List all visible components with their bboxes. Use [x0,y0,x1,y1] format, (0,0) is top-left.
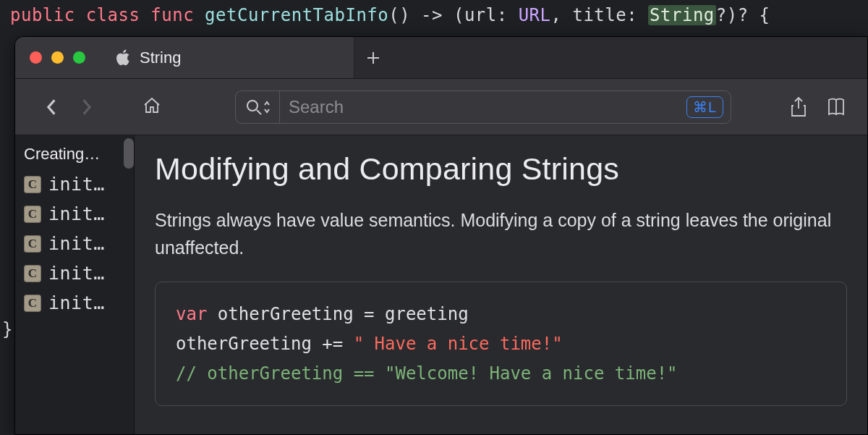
class-badge-icon: C [24,265,41,282]
closing-brace: } [2,319,12,339]
colon: : [626,5,648,25]
sidebar-item[interactable]: C init… [15,229,134,258]
code-keyword: var [176,304,207,324]
new-tab-button[interactable] [354,37,392,78]
share-icon [789,96,808,118]
keyword-class: class [86,5,140,25]
traffic-lights [15,37,100,78]
type-url: URL [519,5,551,25]
arrow: -> ( [410,5,464,25]
keyword-func: func [150,5,194,25]
code-text: otherGreeting += [176,334,354,354]
search-scope-chevrons-icon[interactable] [262,100,271,114]
class-badge-icon: C [24,176,41,193]
sidebar-item-label: init… [48,203,105,224]
search-input[interactable] [289,97,686,117]
search-field[interactable]: ⌘L [235,90,731,124]
chevron-right-icon [82,98,93,116]
code-comment: // otherGreeting == "Welcome! Have a nic… [176,363,678,384]
titlebar: String [15,37,867,79]
close-window-button[interactable] [30,51,42,64]
keyword-public: public [10,5,75,25]
divider [279,91,280,123]
apple-icon [116,49,131,66]
colon: : [497,5,519,25]
optional-suffix: ?)? { [716,5,770,25]
paragraph: Strings always have value semantics. Mod… [155,207,835,261]
parens: () [388,5,410,25]
page-heading: Modifying and Comparing Strings [155,151,847,187]
class-badge-icon: C [24,235,41,253]
separator: , [551,5,573,25]
chevron-left-icon [46,98,56,116]
svg-point-0 [247,101,258,111]
sidebar: Creating… C init… C init… C init… C init… [15,135,135,434]
type-string-highlighted: String [648,5,716,25]
param-label-title: title [572,5,626,25]
tab-string[interactable]: String [100,37,354,78]
sidebar-item-label: init… [48,263,105,284]
sidebar-item[interactable]: C init… [15,288,134,318]
nav-back-button[interactable] [40,98,61,116]
book-icon [827,96,846,118]
home-button[interactable] [141,96,163,118]
share-button[interactable] [789,96,808,118]
zoom-window-button[interactable] [73,51,85,64]
plus-icon [367,51,380,64]
class-badge-icon: C [24,206,41,223]
sidebar-item[interactable]: C init… [15,169,134,199]
class-badge-icon: C [24,295,41,312]
documentation-window: } String [14,36,868,435]
sidebar-section-header: Creating… [15,141,134,169]
keyboard-shortcut-badge: ⌘L [686,96,723,118]
bookmarks-button[interactable] [827,96,846,118]
scrollbar-thumb[interactable] [124,138,134,169]
function-name: getCurrentTabInfo [205,5,388,25]
magnifying-glass-icon [246,99,262,115]
code-string: " Have a nice time!" [354,334,563,354]
code-text: otherGreeting = greeting [207,304,468,324]
tab-title: String [140,48,181,67]
toolbar: ⌘L [15,79,867,135]
nav-forward-button[interactable] [76,98,98,116]
sidebar-item-label: init… [48,292,105,313]
sidebar-item-label: init… [48,233,105,254]
minimize-window-button[interactable] [51,51,64,64]
sidebar-item-label: init… [48,174,105,195]
sidebar-item[interactable]: C init… [15,199,134,229]
param-label-url: url [464,5,497,25]
content-area: Modifying and Comparing Strings Strings … [135,135,867,434]
sidebar-item[interactable]: C init… [15,258,134,288]
house-icon [142,96,161,118]
svg-line-1 [257,110,261,114]
code-sample: var otherGreeting = greeting otherGreeti… [155,282,847,406]
editor-code-line: public class func getCurrentTabInfo() ->… [0,0,868,31]
